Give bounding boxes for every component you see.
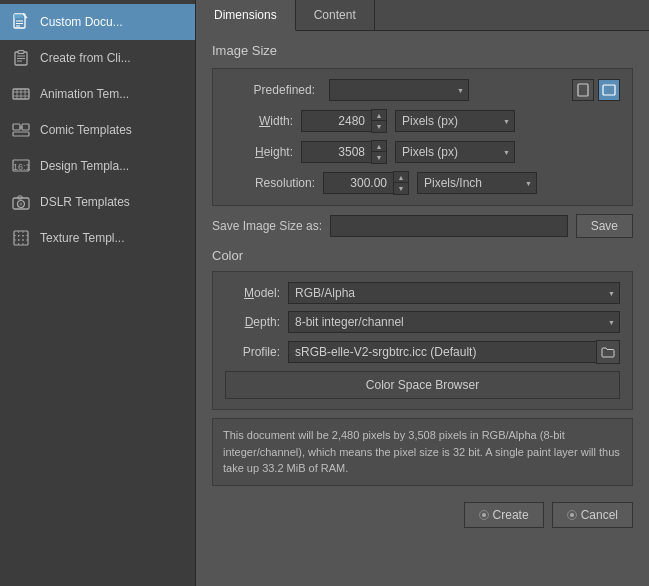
sidebar-item-animation-tem[interactable]: Animation Tem... [0,76,195,112]
width-unit-select[interactable]: Pixels (px) [395,110,515,132]
animation-icon [10,83,32,105]
width-row: Width: ▲ ▼ Pixels (px) [225,109,620,133]
resolution-row: Resolution: ▲ ▼ Pixels/Inch [225,171,620,195]
height-label: Height: [225,145,293,159]
create-label: Create [493,508,529,522]
model-select[interactable]: RGB/Alpha CMYK Grayscale [288,282,620,304]
cancel-label: Cancel [581,508,618,522]
save-image-size-row: Save Image Size as: Save [212,214,633,238]
width-input-group: ▲ ▼ [301,109,387,133]
height-unit-select[interactable]: Pixels (px) [395,141,515,163]
portrait-icon-btn[interactable] [572,79,594,101]
save-name-label: Save Image Size as: [212,219,322,233]
height-spinner: ▲ ▼ [371,140,387,164]
width-input[interactable] [301,110,371,132]
resolution-unit-wrapper: Pixels/Inch [417,172,537,194]
model-row: Model: RGB/Alpha CMYK Grayscale [225,282,620,304]
sidebar-item-label-texture-templ: Texture Templ... [40,231,124,245]
model-label: Model: [225,286,280,300]
svg-point-25 [20,203,23,206]
width-unit-wrapper: Pixels (px) [395,110,515,132]
height-input[interactable] [301,141,371,163]
depth-select-wrapper: 8-bit integer/channel 16-bit integer/cha… [288,311,620,333]
sidebar-item-label-dslr-templates: DSLR Templates [40,195,130,209]
profile-input[interactable] [288,341,596,363]
orientation-icons [572,79,620,101]
depth-row: Depth: 8-bit integer/channel 16-bit inte… [225,311,620,333]
model-select-wrapper: RGB/Alpha CMYK Grayscale [288,282,620,304]
resolution-input[interactable] [323,172,393,194]
document-icon [10,11,32,33]
tab-content[interactable]: Content [296,0,375,30]
save-name-input[interactable] [330,215,568,237]
sidebar-item-label-custom-doc: Custom Docu... [40,15,123,29]
color-form: Model: RGB/Alpha CMYK Grayscale Depth: [212,271,633,410]
tab-dimensions[interactable]: Dimensions [196,0,296,31]
predefined-select[interactable] [329,79,469,101]
sidebar-item-create-from-cli[interactable]: Create from Cli... [0,40,195,76]
resolution-input-group: ▲ ▼ [323,171,409,195]
width-spinner: ▲ ▼ [371,109,387,133]
predefined-label: Predefined: [225,83,315,97]
svg-rect-6 [18,51,24,54]
image-size-form: Predefined: [212,68,633,206]
svg-rect-32 [603,85,615,95]
svg-rect-17 [22,124,29,130]
cancel-button[interactable]: Cancel [552,502,633,528]
color-space-browser-button[interactable]: Color Space Browser [225,371,620,399]
camera-icon [10,191,32,213]
height-spinner-up[interactable]: ▲ [372,141,386,152]
predefined-select-wrapper [329,79,469,101]
save-button[interactable]: Save [576,214,633,238]
sidebar-item-custom-doc[interactable]: Custom Docu... [0,4,195,40]
svg-rect-26 [14,231,28,245]
sidebar-item-comic-templates[interactable]: Comic Templates [0,112,195,148]
profile-label: Profile: [225,345,280,359]
sidebar-item-dslr-templates[interactable]: DSLR Templates [0,184,195,220]
document-description: This document will be 2,480 pixels by 3,… [212,418,633,486]
content-area: Image Size Predefined: [196,31,649,586]
resolution-spinner: ▲ ▼ [393,171,409,195]
sidebar-item-label-design-templa: Design Templa... [40,159,129,173]
create-radio-icon [479,510,489,520]
height-row: Height: ▲ ▼ Pixels (px) [225,140,620,164]
sidebar-item-label-create-from-cli: Create from Cli... [40,51,131,65]
sidebar-item-design-templa[interactable]: 16:10 Design Templa... [0,148,195,184]
depth-select[interactable]: 8-bit integer/channel 16-bit integer/cha… [288,311,620,333]
width-spinner-up[interactable]: ▲ [372,110,386,121]
texture-icon [10,227,32,249]
tabs: Dimensions Content [196,0,649,31]
resolution-label: Resolution: [225,176,315,190]
svg-rect-16 [13,124,20,130]
landscape-icon-btn[interactable] [598,79,620,101]
resolution-spinner-down[interactable]: ▼ [394,183,408,194]
footer-buttons: Create Cancel [212,496,633,530]
cancel-radio-icon [567,510,577,520]
height-input-group: ▲ ▼ [301,140,387,164]
svg-point-19 [20,126,23,129]
resolution-unit-select[interactable]: Pixels/Inch [417,172,537,194]
resolution-spinner-up[interactable]: ▲ [394,172,408,183]
profile-folder-button[interactable] [596,340,620,364]
sidebar-item-texture-templ[interactable]: Texture Templ... [0,220,195,256]
profile-row: Profile: [225,340,620,364]
sidebar: Custom Docu... Create from Cli... [0,0,195,586]
svg-rect-18 [13,132,29,136]
depth-label: Depth: [225,315,280,329]
color-section-title: Color [212,248,633,263]
width-spinner-down[interactable]: ▼ [372,121,386,132]
comic-icon [10,119,32,141]
svg-rect-31 [578,84,588,96]
design-icon: 16:10 [10,155,32,177]
predefined-row: Predefined: [225,79,620,101]
height-unit-wrapper: Pixels (px) [395,141,515,163]
create-button[interactable]: Create [464,502,544,528]
clipboard-icon [10,47,32,69]
image-size-title: Image Size [212,43,633,58]
width-label: Width: [225,114,293,128]
main-panel: Dimensions Content Image Size Predefined… [195,0,649,586]
svg-rect-1 [14,14,23,18]
height-spinner-down[interactable]: ▼ [372,152,386,163]
sidebar-item-label-comic-templates: Comic Templates [40,123,132,137]
sidebar-item-label-animation-tem: Animation Tem... [40,87,129,101]
